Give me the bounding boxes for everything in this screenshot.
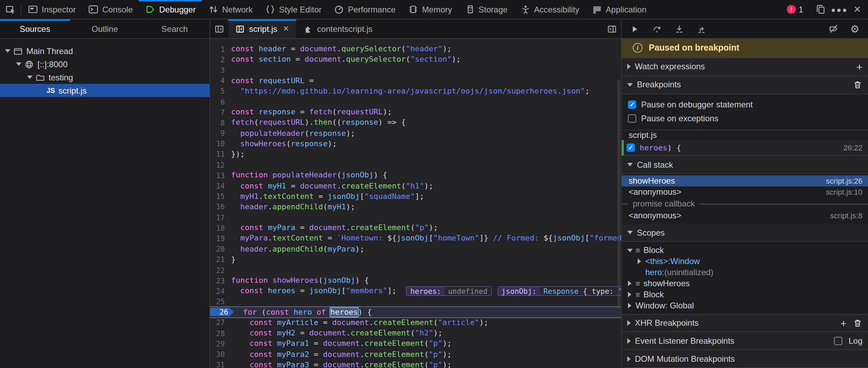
line-number[interactable]: 13 (210, 171, 231, 179)
step-in-button[interactable] (672, 21, 687, 36)
line-number[interactable]: 1 (210, 45, 231, 53)
debugger-settings-gear-icon[interactable]: ⚙ (847, 21, 862, 36)
call-stack-frame[interactable]: <anonymous>script.js:10 (622, 186, 868, 198)
sources-tab-sources[interactable]: Sources (0, 19, 70, 38)
line-number[interactable]: 11 (210, 150, 231, 158)
disable-breakpoints-icon[interactable] (826, 21, 841, 36)
add-watch-icon[interactable]: + (856, 62, 862, 72)
line-number[interactable]: 4 (210, 76, 231, 85)
breakpoint-option[interactable]: Pause on exceptions (622, 112, 868, 125)
breakpoints-header[interactable]: Breakpoints (622, 76, 868, 94)
tab-debugger[interactable]: Debugger (139, 0, 202, 19)
line-number[interactable]: 8 (210, 119, 231, 127)
debugger-right-panel: i Paused on breakpoint Watch expressions… (621, 39, 868, 368)
responsive-design-mode-icon[interactable] (815, 4, 825, 15)
option-checkbox[interactable]: ✓ (628, 100, 636, 109)
collapse-right-pane-icon[interactable] (603, 19, 621, 38)
collapse-sources-pane-icon[interactable] (210, 19, 228, 38)
scope-row[interactable]: ≡Block (622, 289, 868, 300)
line-number[interactable]: 29 (210, 340, 231, 348)
close-tab-icon[interactable]: ✕ (283, 24, 289, 33)
line-number[interactable]: 30 (210, 350, 231, 358)
remove-xhr-breakpoints-trash-icon[interactable] (853, 318, 862, 328)
line-number[interactable]: 16 (210, 203, 231, 211)
inline-preview-badge[interactable]: jsonObj:Response { type: "cor (497, 286, 621, 296)
line-number[interactable]: 25 (210, 297, 231, 306)
resume-button[interactable] (627, 21, 643, 36)
code-token: ). (305, 118, 314, 127)
line-number[interactable]: 18 (210, 224, 231, 232)
step-over-button[interactable] (649, 21, 665, 36)
line-number[interactable]: 28 (210, 329, 231, 337)
sources-tab-outline[interactable]: Outline (70, 19, 139, 38)
add-xhr-breakpoint-icon[interactable]: + (840, 318, 846, 328)
breakpoint-option[interactable]: ✓Pause on debugger statement (622, 98, 868, 112)
line-number[interactable]: 15 (210, 192, 231, 200)
dom-mutation-breakpoints-header[interactable]: DOM Mutation Breakpoints (622, 350, 868, 368)
call-stack-header[interactable]: Call stack (622, 156, 868, 174)
tab-accessibility[interactable]: Accessibility (514, 0, 586, 19)
line-number[interactable]: 3 (210, 66, 231, 74)
editor-tab-contentscript.js[interactable]: contentscript.js (296, 19, 380, 38)
scopes-header[interactable]: Scopes (622, 224, 868, 242)
watch-expressions-header[interactable]: Watch expressions + (622, 58, 868, 76)
code-token: heroes (330, 308, 358, 317)
scope-row[interactable]: ≡showHeroes (622, 278, 868, 289)
line-number[interactable]: 22 (210, 266, 231, 274)
inline-preview-badge[interactable]: heroes:undefined (406, 286, 492, 296)
tree-item-[::]:8000[interactable]: [::]:8000 (0, 58, 210, 71)
step-out-button[interactable] (694, 21, 709, 36)
remove-breakpoints-trash-icon[interactable] (853, 80, 862, 90)
tab-network[interactable]: Network (202, 0, 259, 19)
tab-inspector[interactable]: Inspector (22, 0, 82, 19)
tree-item-testing[interactable]: testing (0, 71, 210, 84)
call-stack-frame[interactable]: <anonymous>script.js:8 (622, 210, 868, 221)
close-devtools-icon[interactable]: ✕ (853, 4, 861, 15)
line-number[interactable]: 24 (210, 287, 231, 295)
tree-item-script.js[interactable]: JSscript.js (0, 84, 210, 97)
editor-tab-script.js[interactable]: script.js✕ (228, 19, 296, 38)
line-number[interactable]: 23 (210, 276, 231, 284)
tab-storage[interactable]: Storage (458, 0, 514, 19)
error-count-badge[interactable]: ! 1 (787, 5, 803, 14)
tab-memory[interactable]: Memory (402, 0, 458, 19)
tab-application[interactable]: Application (586, 0, 653, 19)
breakpoint-checkbox[interactable]: ✓ (627, 143, 635, 152)
line-number[interactable]: 7 (210, 108, 231, 116)
line-number[interactable]: 12 (210, 160, 231, 169)
line-number[interactable]: 5 (210, 87, 231, 95)
line-number[interactable]: 14 (210, 182, 231, 190)
tab-console[interactable]: Console (82, 0, 139, 19)
line-number[interactable]: 17 (210, 213, 231, 221)
code-token: ); (452, 55, 461, 64)
scope-row[interactable]: hero: (uninitialized) (622, 267, 868, 278)
line-number[interactable]: 6 (210, 97, 231, 106)
node-picker-button[interactable] (0, 0, 21, 19)
event-listener-breakpoints-header[interactable]: Event Listener Breakpoints Log (622, 332, 868, 350)
tab-style-editor[interactable]: Style Editor (259, 0, 328, 19)
line-number[interactable]: 20 (210, 245, 231, 253)
line-number[interactable]: 31 (210, 360, 231, 368)
sources-tab-search[interactable]: Search (140, 19, 210, 38)
meatball-menu-icon[interactable]: ●●● (831, 5, 848, 14)
line-number[interactable]: 10 (210, 140, 231, 148)
breakpoint-item[interactable]: ✓heroes) {26:22 (622, 140, 868, 156)
scope-row[interactable]: Window: Global (622, 300, 868, 311)
line-number[interactable]: 9 (210, 129, 231, 137)
tab-performance[interactable]: Performance (328, 0, 402, 19)
line-number[interactable]: 19 (210, 234, 231, 243)
line-number[interactable]: 27 (210, 318, 231, 327)
line-number[interactable]: 2 (210, 55, 231, 64)
code-token: ); (429, 224, 438, 233)
chevron-right-icon (628, 292, 631, 297)
scope-row[interactable]: <this>: Window (622, 256, 868, 267)
paused-line-marker[interactable]: 26 (210, 308, 234, 316)
editor-scrollbar[interactable] (618, 80, 620, 309)
line-number[interactable]: 21 (210, 255, 231, 264)
call-stack-frame[interactable]: showHeroesscript.js:26 (622, 175, 868, 186)
xhr-breakpoints-header[interactable]: XHR Breakpoints + (622, 314, 868, 332)
option-checkbox[interactable] (628, 114, 636, 123)
tree-item-MainThread[interactable]: Main Thread (0, 44, 210, 58)
log-events-checkbox[interactable] (834, 336, 842, 345)
scope-row[interactable]: ≡Block (622, 245, 868, 256)
